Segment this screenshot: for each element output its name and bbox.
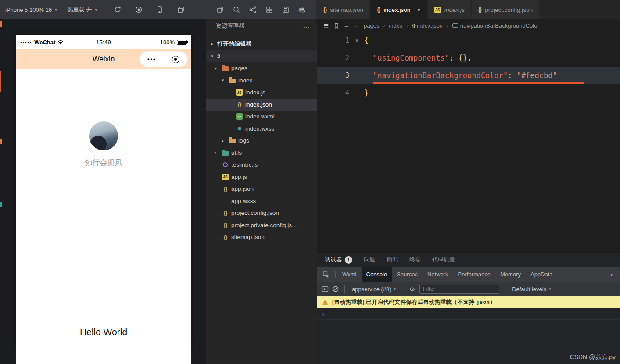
home-exit-button[interactable] bbox=[164, 56, 188, 63]
breadcrumb-item-index[interactable]: index bbox=[389, 22, 402, 29]
capsule-menu: ••• bbox=[140, 51, 188, 67]
tree-item-index-wxml[interactable]: <> index.wxml bbox=[206, 111, 317, 123]
avatar[interactable] bbox=[89, 121, 118, 150]
device-selector-label: iPhone 5 100% 16 bbox=[5, 7, 52, 13]
save-icon[interactable] bbox=[282, 6, 290, 14]
tab-debugger[interactable]: 调试器 1 bbox=[325, 256, 352, 264]
devtools-tab-wxml[interactable]: Wxml bbox=[337, 267, 362, 282]
devtools-tab-memory[interactable]: Memory bbox=[495, 267, 526, 282]
open-editors-section[interactable]: ▸ 打开的编辑器 bbox=[206, 38, 317, 50]
execution-context-dropdown[interactable]: appservice (#8) ▾ bbox=[350, 286, 398, 293]
tree-item-utils[interactable]: ▸ utils bbox=[206, 147, 317, 159]
tree-item-pages[interactable]: ▾ pages bbox=[206, 62, 317, 75]
editor-area: ← → pages › index › {} index.json › navi… bbox=[317, 19, 620, 364]
tree-item-index-js[interactable]: JS index.js bbox=[206, 86, 317, 99]
code-line-3-active: 3 "navigationBarBackgroundColor": "#fedc… bbox=[317, 67, 620, 84]
refresh-icon[interactable] bbox=[114, 6, 122, 14]
compile-record-icon[interactable] bbox=[135, 6, 143, 14]
tree-item-project-config[interactable]: {} project.config.json bbox=[206, 207, 317, 219]
tree-item-index-wxss[interactable]: ≡ index.wxss bbox=[206, 123, 317, 135]
line-number: 2 bbox=[317, 54, 349, 62]
console-warning-message[interactable]: [自动热重载] 已开启代码文件保存后自动热重载（不支持 json） bbox=[317, 296, 620, 308]
outline-icon[interactable] bbox=[323, 22, 330, 29]
tree-item-sitemap-json[interactable]: {} sitemap.json bbox=[206, 231, 317, 243]
git-branch-icon[interactable] bbox=[249, 6, 257, 14]
signal-dots-icon: ●●●●● bbox=[20, 41, 32, 44]
devtools-tab-network[interactable]: Network bbox=[423, 267, 453, 282]
close-icon[interactable]: × bbox=[417, 7, 421, 13]
devtools-tab-sources[interactable]: Sources bbox=[392, 267, 423, 282]
breadcrumb-item-property[interactable]: navigationBarBackgroundColor bbox=[452, 22, 539, 29]
tree-item-logs[interactable]: ▸ logs bbox=[206, 135, 317, 147]
devtools-tab-performance[interactable]: Performance bbox=[453, 267, 495, 282]
console-output-area[interactable]: CSDN @苏凉.py bbox=[317, 320, 620, 364]
ellipsis-icon: ••• bbox=[147, 58, 156, 61]
tree-item-index-json[interactable]: {} index.json bbox=[206, 99, 317, 111]
tab-terminal[interactable]: 终端 bbox=[409, 256, 421, 264]
console-sidebar-toggle-icon[interactable] bbox=[321, 286, 329, 293]
tree-item-app-js[interactable]: JS app.js bbox=[206, 171, 317, 183]
code-token: } bbox=[364, 89, 369, 97]
code-editor[interactable]: 1 ∨ { 2 "usingComponents": {}, 3 "naviga… bbox=[317, 32, 620, 252]
code-token: "navigationBarBackgroundColor" bbox=[373, 71, 508, 80]
console-toolbar: appservice (#8) ▾ Default levels ▾ bbox=[317, 282, 620, 296]
breadcrumb-item-pages[interactable]: pages bbox=[364, 22, 379, 29]
mini-program-navbar: Weixin ••• bbox=[16, 49, 191, 69]
phone-simulator: ●●●●● WeChat 15:49 100% Weixin ••• bbox=[16, 35, 191, 346]
desktop-artifact bbox=[0, 139, 2, 144]
remote-debug-icon[interactable] bbox=[177, 6, 185, 14]
more-tabs-icon[interactable]: » bbox=[610, 271, 620, 278]
battery-percent: 100% bbox=[160, 39, 175, 46]
fold-icon[interactable]: ∨ bbox=[349, 37, 364, 43]
tree-item-app-wxss[interactable]: ≡ app.wxss bbox=[206, 195, 317, 207]
devtools-tab-console[interactable]: Console bbox=[362, 267, 392, 282]
json-file-icon: {} bbox=[377, 7, 380, 13]
warning-count-badge: 1 bbox=[345, 256, 352, 264]
tab-output[interactable]: 输出 bbox=[387, 256, 398, 264]
forward-arrow-icon[interactable]: → bbox=[354, 22, 360, 29]
inspect-element-icon[interactable] bbox=[317, 271, 333, 278]
tree-item-project-private-config[interactable]: {} project.private.config.js... bbox=[206, 219, 317, 232]
search-icon[interactable] bbox=[233, 6, 240, 14]
tree-item-index-folder[interactable]: ▾ index bbox=[206, 75, 317, 87]
preview-phone-icon[interactable] bbox=[156, 6, 164, 14]
bookmark-icon[interactable] bbox=[333, 22, 340, 29]
folder-icon bbox=[222, 151, 229, 156]
watermark: CSDN @苏凉.py bbox=[570, 353, 616, 361]
eye-icon[interactable] bbox=[409, 286, 416, 292]
code-line-2: 2 "usingComponents": {}, bbox=[317, 49, 620, 67]
docker-whale-icon[interactable] bbox=[298, 6, 306, 14]
code-line-1: 1 ∨ { bbox=[317, 32, 620, 49]
separator bbox=[505, 285, 505, 293]
tab-project-config-json[interactable]: {} project.config.json bbox=[472, 0, 540, 19]
tab-code-quality[interactable]: 代码质量 bbox=[432, 256, 455, 264]
clear-console-icon[interactable] bbox=[332, 285, 339, 293]
modified-line-underline bbox=[373, 82, 584, 84]
back-arrow-icon[interactable]: ← bbox=[344, 22, 350, 29]
log-levels-dropdown[interactable]: Default levels ▾ bbox=[510, 286, 553, 293]
simulator-toolbar: iPhone 5 100% 16 ▾ 热重载 开 ▾ bbox=[0, 0, 206, 19]
json-file-icon: {} bbox=[478, 7, 481, 13]
code-token: , bbox=[467, 54, 472, 62]
tree-item-eslintrc[interactable]: .eslintrc.js bbox=[206, 159, 317, 171]
folder-icon bbox=[222, 66, 229, 71]
tab-index-js[interactable]: JS index.js bbox=[428, 0, 472, 19]
device-selector[interactable]: iPhone 5 100% 16 ▾ bbox=[5, 7, 57, 13]
tab-sitemap-json[interactable]: {} sitemap.json bbox=[317, 0, 370, 19]
js-file-icon: JS bbox=[222, 174, 229, 180]
tree-item-app-json[interactable]: {} app.json bbox=[206, 183, 317, 195]
console-filter-input[interactable] bbox=[419, 285, 499, 294]
devtools-tab-appdata[interactable]: AppData bbox=[526, 267, 558, 282]
tab-problems[interactable]: 问题 bbox=[364, 256, 375, 264]
mini-program-page: 独行会拥风 Hello World bbox=[16, 121, 191, 364]
tab-index-json[interactable]: {} index.json × bbox=[370, 0, 428, 19]
hot-reload-toggle[interactable]: 热重载 开 ▾ bbox=[68, 6, 97, 14]
files-icon[interactable] bbox=[216, 6, 224, 14]
project-root-section[interactable]: ▾ 2 bbox=[206, 50, 317, 62]
explorer-header: 资源管理器 … bbox=[206, 19, 317, 32]
layout-grid-icon[interactable] bbox=[265, 6, 273, 14]
more-menu-button[interactable]: ••• bbox=[140, 58, 164, 61]
code-token: "#fedcbd" bbox=[517, 71, 557, 80]
breadcrumb-item-index-json[interactable]: {} index.json bbox=[412, 22, 443, 29]
console-prompt[interactable]: › bbox=[317, 308, 620, 320]
